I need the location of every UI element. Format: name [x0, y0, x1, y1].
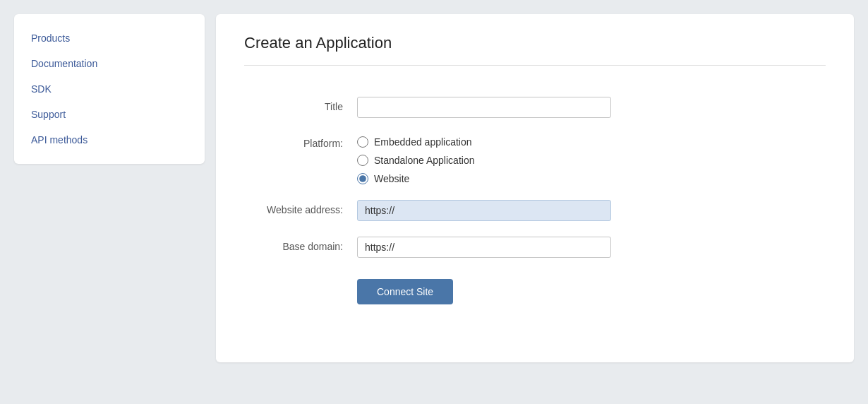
platform-website-label: Website: [374, 173, 409, 184]
base-domain-field: [357, 237, 611, 258]
platform-standalone-label: Standalone Application: [374, 155, 474, 166]
sidebar-item-sdk[interactable]: SDK: [14, 76, 205, 102]
platform-website-radio[interactable]: [357, 173, 368, 184]
title-field: [357, 97, 611, 118]
sidebar: ProductsDocumentationSDKSupportAPI metho…: [14, 14, 205, 164]
platform-standalone[interactable]: Standalone Application: [357, 155, 611, 166]
platform-embedded-label: Embedded application: [374, 136, 472, 148]
sidebar-item-products[interactable]: Products: [14, 25, 205, 51]
title-input[interactable]: [357, 97, 611, 118]
website-address-input[interactable]: [357, 200, 611, 221]
sidebar-item-documentation[interactable]: Documentation: [14, 51, 205, 76]
title-label: Title: [244, 97, 357, 112]
page-title: Create an Application: [244, 34, 826, 66]
submit-field: Connect Site: [357, 273, 611, 304]
platform-row: Platform: Embedded application Standalon…: [244, 133, 826, 184]
website-address-label: Website address:: [244, 200, 357, 215]
platform-label: Platform:: [244, 133, 357, 149]
website-address-row: Website address:: [244, 200, 826, 221]
platform-embedded[interactable]: Embedded application: [357, 136, 611, 148]
submit-row: Connect Site: [244, 273, 826, 304]
platform-embedded-radio[interactable]: [357, 136, 368, 148]
base-domain-row: Base domain:: [244, 237, 826, 258]
base-domain-input[interactable]: [357, 237, 611, 258]
sidebar-item-api-methods[interactable]: API methods: [14, 127, 205, 153]
platform-options: Embedded application Standalone Applicat…: [357, 133, 611, 184]
sidebar-item-support[interactable]: Support: [14, 102, 205, 127]
connect-site-button[interactable]: Connect Site: [357, 279, 453, 304]
form-container: Title Platform: Embedded application: [244, 83, 826, 334]
platform-standalone-radio[interactable]: [357, 155, 368, 166]
title-row: Title: [244, 97, 826, 118]
platform-website[interactable]: Website: [357, 173, 611, 184]
website-address-field: [357, 200, 611, 221]
main-content: Create an Application Title Platform:: [216, 14, 854, 362]
base-domain-label: Base domain:: [244, 237, 357, 252]
submit-spacer: [244, 273, 357, 278]
